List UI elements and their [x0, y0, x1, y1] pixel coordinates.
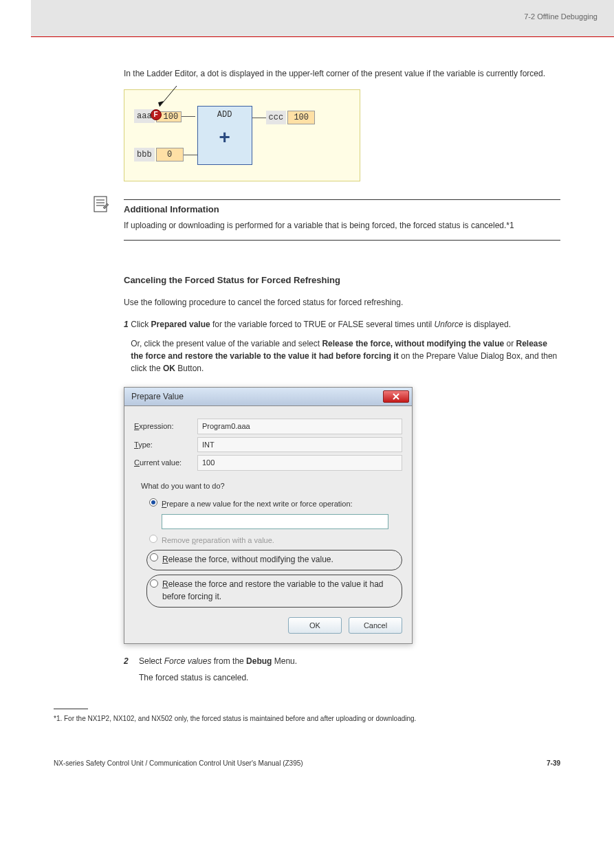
output-value: 100 — [287, 111, 315, 124]
new-value-input[interactable] — [162, 514, 388, 529]
output-label: ccc — [266, 111, 287, 124]
current-value: 100 — [197, 455, 402, 471]
step2-number: 2 — [124, 655, 139, 688]
close-icon — [392, 392, 400, 401]
type-label: Type: — [134, 439, 197, 451]
cancel-button[interactable]: Cancel — [349, 617, 402, 634]
svg-line-0 — [160, 86, 177, 107]
svg-marker-1 — [158, 101, 164, 107]
footnote: *1. For the NX1P2, NX102, and NX502 only… — [54, 713, 560, 724]
step1-number: 1 — [124, 318, 131, 377]
step2-result: The forced status is canceled. — [139, 671, 297, 684]
footnote-rule — [54, 709, 88, 709]
current-value-label: Current value: — [134, 457, 197, 469]
ok-button[interactable]: OK — [288, 617, 342, 634]
footer-left: NX-series Safety Control Unit / Communic… — [54, 758, 303, 768]
radio-prepare-new[interactable]: Prepare a new value for the next write o… — [149, 498, 402, 510]
footnote-text: For the NX1P2, NX102, and NX502 only, th… — [64, 715, 416, 722]
close-button[interactable] — [383, 390, 409, 403]
input2-value: 0 — [156, 148, 184, 162]
cancel-lead: Use the following procedure to cancel th… — [124, 296, 560, 309]
intro-paragraph: In the Ladder Editor, a dot is displayed… — [124, 67, 560, 80]
expression-label: Expression: — [134, 421, 197, 432]
radio-icon — [149, 535, 157, 543]
type-value: INT — [197, 437, 402, 453]
page-footer: NX-series Safety Control Unit / Communic… — [0, 744, 614, 785]
dialog-question: What do you want to do? — [141, 480, 402, 492]
input2-label: bbb — [134, 148, 155, 162]
expression-value: Program0.aaa — [197, 419, 402, 434]
page-content: In the Ladder Editor, a dot is displayed… — [0, 37, 614, 744]
add-block: ADD + — [197, 106, 252, 165]
radio-icon — [149, 498, 157, 507]
plus-icon: + — [219, 124, 230, 153]
note-body: If uploading or downloading is performed… — [124, 219, 560, 232]
step1-text: Click Prepared value for the variable fo… — [131, 318, 560, 331]
radio-icon — [150, 579, 158, 588]
footnote-marker: *1. — [54, 715, 62, 722]
footer-right: 7-39 — [547, 758, 560, 768]
radio-icon — [150, 553, 158, 561]
note-heading: Additional Information — [124, 203, 560, 216]
radio-release-keep[interactable]: Release the force, without modifying the… — [146, 550, 402, 570]
cancel-heading: Canceling the Forced Status for Forced R… — [124, 274, 560, 287]
block-title: ADD — [217, 109, 232, 121]
section-label-right: 7-2 Offline Debugging — [524, 11, 597, 23]
step-2: 2 Select Force values from the Debug Men… — [124, 655, 560, 688]
step-1: 1 Click Prepared value for the variable … — [124, 318, 560, 377]
step2-text: Select Force values from the Debug Menu. — [139, 655, 297, 667]
forced-badge-icon: F — [151, 109, 162, 120]
radio-release-restore[interactable]: Release the force and restore the variab… — [146, 575, 402, 608]
page-header: 7-2 Offline Debugging — [31, 0, 614, 37]
dialog-title: Prepare Value — [131, 390, 184, 403]
function-block-diagram: aaa F 100 bbb 0 ADD + cc — [124, 89, 360, 181]
prepare-value-dialog: Prepare Value Expression: Program0.aaa T… — [124, 387, 413, 644]
step1-or: Or, click the present value of the varia… — [131, 337, 560, 375]
note-block: Additional Information If uploading or d… — [92, 195, 560, 254]
radio-remove-prep: Remove preparation with a value. — [149, 535, 402, 546]
note-icon — [92, 195, 110, 213]
svg-rect-2 — [94, 197, 107, 212]
